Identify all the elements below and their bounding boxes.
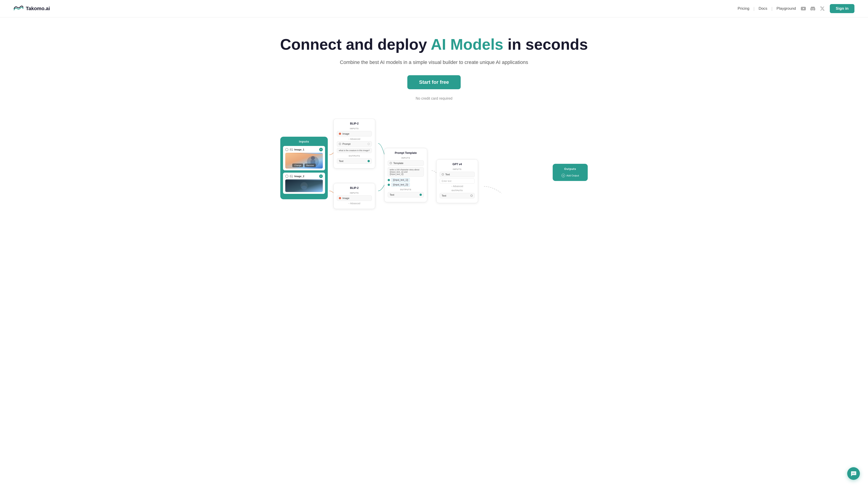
blip1-text-label: Text: [339, 160, 343, 162]
pt-outputs-label: OUTPUTS: [388, 188, 424, 191]
image-icon-2: [290, 175, 293, 178]
hero-subtitle: Combine the best AI models in a simple v…: [9, 59, 859, 65]
blip2-image-dot: [339, 197, 341, 199]
hero-section: Connect and deploy AI Models in seconds …: [0, 18, 868, 109]
hero-title-part2: in seconds: [503, 36, 588, 53]
input-item-2: Image_2 +: [283, 173, 325, 194]
blip2-image-field: Image: [337, 195, 372, 201]
blip2-image-text: Image: [342, 197, 349, 199]
logo-icon: [13, 5, 24, 12]
outputs-panel-title: Outputs: [556, 167, 585, 170]
gpt-outputs-label: OUTPUTS: [440, 189, 475, 192]
blip1-prompt-dot: [339, 143, 341, 145]
input-image-1: Change Remove: [285, 153, 323, 168]
pt-title: Prompt Template: [388, 151, 424, 155]
blip1-image-field: Image: [337, 131, 372, 136]
nav-docs[interactable]: Docs: [758, 6, 767, 11]
gpt-output-field: Text: [440, 193, 475, 198]
hero-title-part1: Connect and deploy: [280, 36, 431, 53]
hero-title-highlight: AI Models: [431, 36, 503, 53]
blip1-text-field: Text: [337, 158, 372, 164]
pt-input2-row: {{input_text_2}}: [388, 183, 424, 187]
inputs-panel-title: Inputs: [283, 140, 325, 143]
svg-point-12: [301, 186, 307, 190]
pt-text-field: Text: [388, 192, 424, 197]
cta-button[interactable]: Start for free: [407, 75, 461, 89]
remove-btn[interactable]: Remove: [305, 164, 316, 167]
youtube-icon[interactable]: [800, 5, 807, 12]
blip1-advanced[interactable]: Advanced: [337, 138, 372, 140]
nav-sep-2: |: [772, 6, 773, 11]
pt-text-dot: [420, 194, 422, 196]
blip1-outputs-label: OUTPUTS: [337, 155, 372, 157]
add-output-icon: +: [561, 174, 565, 177]
gpt-title: GPT v4: [440, 163, 475, 166]
input-item-2-header: Image_2 +: [285, 174, 323, 178]
prompt-template-node: Prompt Template INPUTS Template write a …: [384, 148, 427, 202]
pt-text-label: Text: [390, 193, 394, 196]
input-item-1-left: Image_1: [285, 148, 304, 151]
blip2-title: BLIP-2: [337, 186, 372, 190]
signin-button[interactable]: Sign in: [830, 4, 855, 13]
input-item-1: Image_1 +: [283, 146, 325, 170]
gpt-inputs-label: INPUTS: [440, 168, 475, 170]
pt-input1-dot: [388, 179, 390, 181]
blip-node-1: BLIP-2 INPUTS Image Advanced Prompt i wh…: [333, 119, 375, 168]
no-cc-text: No credit card required: [9, 96, 859, 101]
gpt-node: GPT v4 INPUTS Text Enter text Advanced O…: [436, 159, 478, 203]
input-label-1: Image_1: [294, 148, 304, 151]
brand-name: Takomo.ai: [26, 6, 50, 11]
nav-icons: [800, 5, 826, 12]
pt-input2-text: {{input_text_2}}: [391, 183, 410, 187]
gpt-advanced[interactable]: Advanced: [440, 185, 475, 188]
gpt-outputs-area: OUTPUTS Text: [440, 189, 475, 198]
navbar: Takomo.ai Pricing | Docs | Playground: [0, 0, 868, 18]
discord-icon[interactable]: [809, 5, 816, 12]
pt-inputs-label: INPUTS: [388, 157, 424, 159]
input-circle-2: [285, 175, 288, 178]
nav-playground[interactable]: Playground: [776, 6, 796, 11]
blip1-prompt-text: what is the creature in this image?: [337, 148, 372, 153]
logo-area[interactable]: Takomo.ai: [13, 5, 50, 12]
change-btn[interactable]: Change: [292, 164, 303, 167]
pt-input1-row: {{input_text_1}}: [388, 178, 424, 182]
inputs-panel: Inputs Image_1 +: [280, 137, 328, 199]
blip2-inputs-label: INPUTS: [337, 192, 372, 194]
blip1-prompt-label: Prompt: [342, 142, 350, 145]
outputs-panel: Outputs + Add Output: [553, 164, 588, 181]
builder-area: Inputs Image_1 +: [276, 119, 592, 218]
input-label-2: Image_2: [294, 175, 304, 177]
pt-input1-text: {{input_text_1}}: [391, 178, 410, 182]
blip1-inputs-label: INPUTS: [337, 127, 372, 130]
pt-template-field: Template: [388, 160, 424, 166]
pt-outputs-area: OUTPUTS Text: [388, 188, 424, 197]
nav-sep-1: |: [753, 6, 754, 11]
input-plus-1[interactable]: +: [319, 148, 323, 151]
svg-text:i: i: [368, 143, 369, 145]
nav-pricing[interactable]: Pricing: [738, 6, 749, 11]
twitter-icon[interactable]: [819, 5, 826, 12]
pt-template-label: Template: [393, 162, 403, 164]
image-icon-1: [290, 148, 293, 151]
blip1-title: BLIP-2: [337, 122, 372, 125]
image-preview-2: [285, 180, 323, 192]
add-output-row[interactable]: + Add Output: [556, 174, 585, 177]
input-plus-2[interactable]: +: [319, 174, 323, 178]
gpt-output-text: Text: [442, 194, 446, 197]
gpt-text-label: Text: [445, 173, 450, 176]
blip1-prompt-field: Prompt i: [337, 141, 372, 147]
pt-template-text: write a 150 character story about {{inpu…: [388, 167, 424, 177]
input-item-2-left: Image_2: [285, 175, 304, 178]
blip2-advanced[interactable]: Advanced: [337, 202, 372, 205]
gpt-enter-text[interactable]: Enter text: [440, 178, 475, 184]
hero-title: Connect and deploy AI Models in seconds: [9, 35, 859, 53]
gpt-output-dot: [470, 195, 473, 197]
blip1-outputs-area: OUTPUTS Text: [337, 155, 372, 164]
pt-template-dot: [390, 162, 392, 164]
add-output-label: Add Output: [566, 174, 579, 177]
input-image-overlay: Change Remove: [285, 164, 323, 167]
blip-node-2: BLIP-2 INPUTS Image Advanced: [333, 183, 375, 209]
gpt-text-dot: [442, 173, 444, 175]
input-item-1-header: Image_1 +: [285, 148, 323, 151]
svg-point-6: [311, 156, 315, 160]
